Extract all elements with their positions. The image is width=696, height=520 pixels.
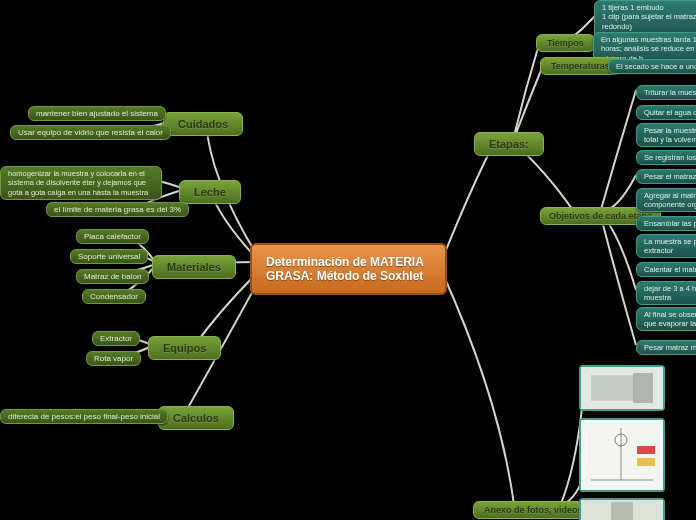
leaf-text: mantener bien ajustado el sistema xyxy=(36,109,158,118)
leaf-text: Calentar el matraz e xyxy=(644,265,696,274)
svg-rect-7 xyxy=(637,446,655,454)
leaf-leche-0[interactable]: homogenizar la muestra y colocarla en el… xyxy=(0,166,162,200)
leaf-text: Condensador xyxy=(90,292,138,301)
leaf-obj-6[interactable]: Ensamblar las part xyxy=(636,216,696,231)
leaf-materiales-3[interactable]: Condensador xyxy=(82,289,146,304)
leaf-text: Se registran los pe xyxy=(644,153,696,162)
leaf-materiales-2[interactable]: Matraz de balon xyxy=(76,269,149,284)
leaf-obj-1[interactable]: Quitar el agua que c xyxy=(636,105,696,120)
leaf-obj-8[interactable]: Calentar el matraz e xyxy=(636,262,696,277)
branch-label: Materiales xyxy=(167,261,221,273)
leaf-text: Rota vapor xyxy=(94,354,133,363)
leaf-text: Placa calefactor xyxy=(84,232,141,241)
leaf-text: El secado se hace a unos 150° xyxy=(616,62,696,71)
leaf-text: Agregar al matraz b componente organ xyxy=(644,191,696,209)
branch-label: Etapas: xyxy=(489,138,529,150)
branch-equipos[interactable]: Equipos xyxy=(148,336,221,360)
leaf-obj-0[interactable]: Triturar la muestra xyxy=(636,85,696,100)
branch-label: Cuidados xyxy=(178,118,228,130)
svg-rect-2 xyxy=(633,373,653,403)
leaf-text: homogenizar la muestra y colocarla en el… xyxy=(8,169,148,197)
leaf-temperaturas[interactable]: El secado se hace a unos 150° xyxy=(608,59,696,74)
leaf-text: dejar de 3 a 4 hora muestra xyxy=(644,284,696,302)
leaf-equipos-0[interactable]: Extractor xyxy=(92,331,140,346)
root-topic[interactable]: Determinación de MATERIA GRASA: Método d… xyxy=(250,243,447,295)
leaf-text: Soporte universal xyxy=(78,252,140,261)
leaf-equipos-1[interactable]: Rota vapor xyxy=(86,351,141,366)
attachment-thumb-1[interactable] xyxy=(579,365,665,411)
leaf-text: 1 tijeras 1 embudo xyxy=(602,3,696,12)
leaf-text: Matraz de balon xyxy=(84,272,141,281)
leaf-text: diferecia de pesos:el peso final-peso in… xyxy=(8,412,160,421)
leaf-obj-11[interactable]: Pesar matraz mas s xyxy=(636,340,696,355)
leaf-calculos-0[interactable]: diferecia de pesos:el peso final-peso in… xyxy=(0,409,168,424)
leaf-text: Extractor xyxy=(100,334,132,343)
leaf-obj-2[interactable]: Pesar la muestra en total y la volvemos xyxy=(636,123,696,147)
leaf-leche-1[interactable]: el límite de materia grasa es del 3% xyxy=(46,202,189,217)
leaf-text: Pesar matraz mas s xyxy=(644,343,696,352)
leaf-obj-4[interactable]: Pesar el matraz bal xyxy=(636,169,696,184)
leaf-obj-10[interactable]: Al final se observa y que evaporar la so… xyxy=(636,307,696,331)
branch-calculos[interactable]: Calculos xyxy=(158,406,234,430)
leaf-obj-9[interactable]: dejar de 3 a 4 hora muestra xyxy=(636,281,696,305)
branch-leche[interactable]: Leche xyxy=(179,180,241,204)
leaf-text: La muestra se pone extractor xyxy=(644,237,696,255)
leaf-text: el límite de materia grasa es del 3% xyxy=(54,205,181,214)
leaf-cuidados-0[interactable]: mantener bien ajustado el sistema xyxy=(28,106,166,121)
root-title: Determinación de MATERIA GRASA: Método d… xyxy=(266,255,423,283)
attachment-thumb-2[interactable] xyxy=(579,418,665,492)
leaf-text: 1 clip (para sujetar el matraz redondo) xyxy=(602,12,696,31)
branch-label: Calculos xyxy=(173,412,219,424)
leaf-obj-3[interactable]: Se registran los pe xyxy=(636,150,696,165)
leaf-text: Quitar el agua que c xyxy=(644,108,696,117)
leaf-text: Triturar la muestra xyxy=(644,88,696,97)
leaf-text: Pesar el matraz bal xyxy=(644,172,696,181)
branch-label: Equipos xyxy=(163,342,206,354)
branch-cuidados[interactable]: Cuidados xyxy=(163,112,243,136)
branch-label: Temperaturas xyxy=(551,61,610,71)
branch-label: Leche xyxy=(194,186,226,198)
leaf-text: Usar equipo de vidrio que resista el cal… xyxy=(18,128,163,137)
branch-label: Tiempos xyxy=(547,38,584,48)
branch-tiempos[interactable]: Tiempos xyxy=(536,34,595,52)
leaf-cuidados-1[interactable]: Usar equipo de vidrio que resista el cal… xyxy=(10,125,171,140)
svg-rect-8 xyxy=(637,458,655,466)
leaf-obj-5[interactable]: Agregar al matraz b componente organ xyxy=(636,188,696,212)
leaf-obj-7[interactable]: La muestra se pone extractor xyxy=(636,234,696,258)
svg-rect-10 xyxy=(611,502,633,520)
leaf-text: Ensamblar las part xyxy=(644,219,696,228)
leaf-text: Al final se observa y que evaporar la so… xyxy=(644,310,696,328)
attachment-thumb-3[interactable] xyxy=(579,498,665,520)
leaf-materiales-1[interactable]: Soporte universal xyxy=(70,249,148,264)
leaf-materiales-0[interactable]: Placa calefactor xyxy=(76,229,149,244)
branch-materiales[interactable]: Materiales xyxy=(152,255,236,279)
leaf-text: Pesar la muestra en total y la volvemos xyxy=(644,126,696,144)
branch-etapas[interactable]: Etapas: xyxy=(474,132,544,156)
